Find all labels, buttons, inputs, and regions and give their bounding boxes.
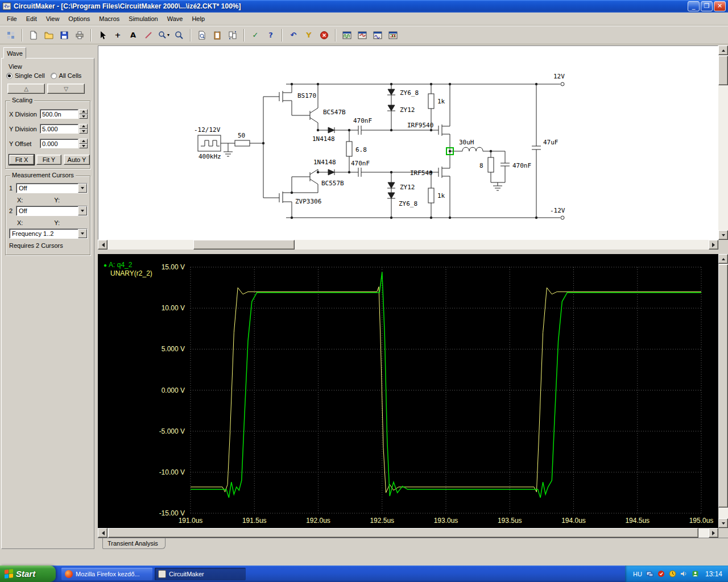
library-browse-icon[interactable] bbox=[3, 28, 18, 42]
part-label: 47uF bbox=[543, 139, 559, 146]
y-offset-input[interactable]: 0.000 bbox=[40, 139, 78, 148]
tray-scheduler-icon[interactable] bbox=[669, 570, 676, 577]
rules-check-icon[interactable]: ✓ bbox=[248, 28, 263, 42]
scroll-up-button[interactable] bbox=[718, 254, 728, 264]
clipboard-icon[interactable] bbox=[210, 28, 225, 42]
waveform-hscrollbar[interactable] bbox=[98, 528, 718, 538]
y-offset-spinner[interactable] bbox=[79, 139, 88, 148]
stop-simulation-icon[interactable] bbox=[317, 28, 332, 42]
menu-simulation[interactable]: Simulation bbox=[124, 13, 162, 24]
scroll-thumb[interactable] bbox=[193, 240, 295, 250]
start-button[interactable]: Start bbox=[0, 566, 56, 582]
circuitmaker-app-icon bbox=[2, 2, 11, 11]
power-label-positive: 12V bbox=[553, 73, 565, 80]
tab-transient-analysis[interactable]: Transient Analysis bbox=[102, 538, 166, 549]
y-tick-label: 15.00 V bbox=[162, 263, 185, 271]
cell-up-button[interactable]: △ bbox=[7, 84, 45, 94]
tray-network-icon[interactable] bbox=[646, 570, 653, 577]
scroll-down-button[interactable] bbox=[718, 518, 728, 528]
windows-flag-icon bbox=[5, 569, 13, 579]
scope-window-1-icon[interactable] bbox=[340, 28, 354, 42]
cursor-function-select[interactable]: Frequency 1..2 bbox=[9, 228, 88, 239]
legend-label-2: UNARY(r2_2) bbox=[110, 269, 152, 277]
menu-edit[interactable]: Edit bbox=[22, 13, 42, 24]
fit-y-button[interactable]: Fit Y bbox=[36, 155, 61, 165]
tray-messenger-icon[interactable] bbox=[692, 570, 699, 577]
x-division-input[interactable]: 500.0n bbox=[40, 109, 78, 119]
text-tool-icon[interactable]: A bbox=[126, 28, 140, 42]
schematic-canvas[interactable]: BS170 BC547B -12/12V 400kHz 50 1N4148 47… bbox=[98, 45, 718, 240]
y-division-spinner[interactable] bbox=[79, 124, 88, 134]
cell-down-button[interactable]: ▽ bbox=[47, 84, 85, 94]
find-part-icon[interactable] bbox=[195, 28, 209, 42]
scaling-group-label: Scaling bbox=[10, 97, 34, 103]
x-tick-label: 193.5us bbox=[498, 517, 522, 525]
cursor-1-select[interactable]: Off bbox=[16, 183, 88, 193]
taskbar-task-2[interactable]: CircuitMaker bbox=[155, 568, 246, 580]
chevron-down-icon[interactable] bbox=[78, 184, 87, 193]
scroll-left-button[interactable] bbox=[98, 528, 107, 538]
radio-single-cell[interactable] bbox=[6, 73, 13, 79]
scope-window-2-icon[interactable] bbox=[355, 28, 370, 42]
x-tick-label: 191.5us bbox=[242, 517, 267, 525]
radio-all-cells-label: All Cells bbox=[59, 72, 82, 79]
zoom-window-icon[interactable] bbox=[172, 28, 187, 42]
part-label: 470nF bbox=[512, 162, 531, 169]
compare-windows-icon[interactable] bbox=[225, 28, 240, 42]
scroll-thumb[interactable] bbox=[108, 528, 698, 538]
zoom-select-icon[interactable]: ▾ bbox=[156, 28, 171, 42]
schematic-hscrollbar[interactable] bbox=[98, 240, 718, 250]
menu-wave[interactable]: Wave bbox=[163, 13, 188, 24]
menu-file[interactable]: File bbox=[2, 13, 22, 24]
arrow-tool-icon[interactable] bbox=[95, 28, 110, 42]
open-file-icon[interactable] bbox=[42, 28, 56, 42]
waveform-vscrollbar[interactable] bbox=[718, 254, 728, 528]
auto-y-button[interactable]: Auto Y bbox=[64, 155, 90, 165]
menu-view[interactable]: View bbox=[42, 13, 64, 24]
fit-x-button[interactable]: Fit X bbox=[9, 155, 34, 165]
chevron-down-icon[interactable] bbox=[78, 229, 87, 238]
scroll-thumb[interactable] bbox=[718, 264, 728, 508]
toolbar-separator bbox=[90, 29, 92, 41]
undo-icon[interactable]: ↶ bbox=[286, 28, 301, 42]
taskbar-task-1[interactable]: Mozilla Firefox kezdő... bbox=[61, 568, 152, 580]
x-division-spinner[interactable] bbox=[79, 109, 88, 119]
x-tick-label: 193.0us bbox=[434, 517, 458, 525]
radio-single-cell-label: Single Cell bbox=[15, 72, 45, 79]
close-button[interactable]: ✕ bbox=[714, 1, 726, 11]
scroll-right-button[interactable] bbox=[709, 528, 718, 538]
scroll-left-button[interactable] bbox=[98, 240, 107, 250]
language-indicator[interactable]: HU bbox=[633, 571, 642, 577]
scroll-down-button[interactable] bbox=[718, 230, 728, 240]
print-icon[interactable] bbox=[72, 28, 87, 42]
scope-window-4-icon[interactable] bbox=[386, 28, 400, 42]
part-label: BS170 bbox=[297, 92, 316, 99]
toolbar-separator bbox=[22, 29, 23, 41]
menu-macros[interactable]: Macros bbox=[94, 13, 124, 24]
chevron-down-icon[interactable] bbox=[78, 206, 87, 215]
minimize-button[interactable]: _ bbox=[688, 1, 700, 11]
tray-volume-icon[interactable] bbox=[680, 570, 688, 577]
scroll-thumb[interactable] bbox=[718, 56, 728, 85]
scroll-right-button[interactable] bbox=[709, 240, 718, 250]
new-file-icon[interactable] bbox=[26, 28, 41, 42]
delete-tool-icon[interactable] bbox=[141, 28, 156, 42]
restore-button[interactable]: ❐ bbox=[701, 1, 713, 11]
place-part-icon[interactable]: + bbox=[110, 28, 125, 42]
menu-help[interactable]: Help bbox=[187, 13, 209, 24]
y-division-input[interactable]: 5.000 bbox=[40, 124, 78, 134]
menu-options[interactable]: Options bbox=[64, 13, 94, 24]
help-icon[interactable]: ? bbox=[263, 28, 278, 42]
probe-tool-icon[interactable]: Y bbox=[301, 28, 316, 42]
toolbar-separator bbox=[190, 29, 191, 41]
scroll-up-button[interactable] bbox=[718, 45, 728, 55]
cursor-2-select[interactable]: Off bbox=[16, 206, 88, 216]
tab-wave[interactable]: Wave bbox=[3, 47, 26, 59]
tray-antivirus-icon[interactable] bbox=[657, 570, 665, 577]
waveform-plot[interactable]: 15.00 V10.00 V5.000 V0.000 V-5.000 V-10.… bbox=[98, 254, 718, 528]
radio-all-cells[interactable] bbox=[51, 73, 57, 79]
save-icon[interactable] bbox=[57, 28, 72, 42]
scope-window-3-icon[interactable] bbox=[370, 28, 385, 42]
x-tick-label: 191.0us bbox=[179, 517, 203, 525]
schematic-vscrollbar[interactable] bbox=[718, 45, 728, 240]
